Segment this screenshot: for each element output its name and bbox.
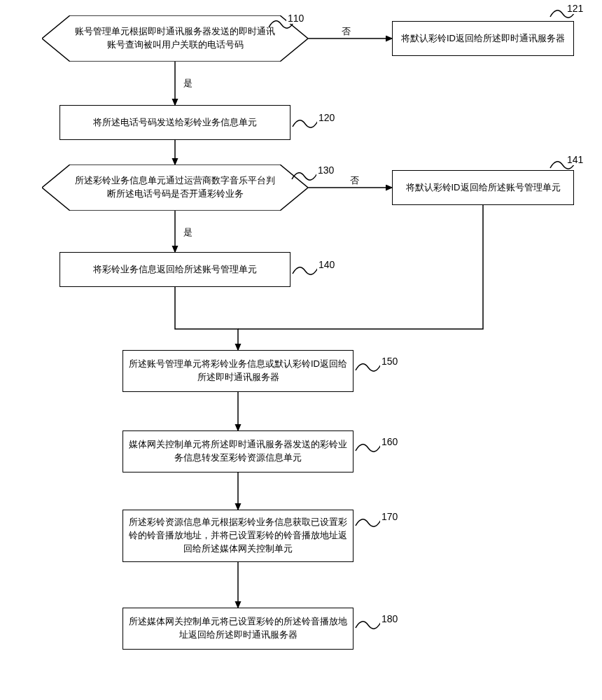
decision-130-text: 所述彩铃业务信息单元通过运营商数字音乐平台判断所述电话号码是否开通彩铃业务	[42, 164, 308, 211]
process-141-text: 将默认彩铃ID返回给所述账号管理单元	[406, 181, 561, 195]
tilde-140	[292, 264, 318, 278]
process-160-text: 媒体网关控制单元将所述即时通讯服务器发送的彩铃业务信息转发至彩铃资源信息单元	[129, 438, 347, 465]
step-label-110: 110	[286, 13, 305, 24]
edge-110-yes: 是	[183, 77, 192, 90]
process-170-text: 所述彩铃资源信息单元根据彩铃业务信息获取已设置彩铃的铃音播放地址，并将已设置彩铃…	[129, 516, 347, 556]
flowchart-canvas: 账号管理单元根据即时通讯服务器发送的即时通讯账号查询被叫用户关联的电话号码 11…	[0, 0, 602, 700]
step-label-130: 130	[316, 164, 335, 176]
process-160: 媒体网关控制单元将所述即时通讯服务器发送的彩铃业务信息转发至彩铃资源信息单元	[122, 430, 354, 472]
tilde-120	[292, 117, 318, 131]
process-140: 将彩铃业务信息返回给所述账号管理单元	[59, 252, 290, 287]
step-label-141: 141	[566, 154, 584, 165]
step-label-160: 160	[380, 436, 399, 447]
process-170: 所述彩铃资源信息单元根据彩铃业务信息获取已设置彩铃的铃音播放地址，并将已设置彩铃…	[122, 510, 354, 562]
step-label-170: 170	[380, 511, 399, 522]
process-180: 所述媒体网关控制单元将已设置彩铃的所述铃音播放地址返回给所述即时通讯服务器	[122, 608, 354, 650]
step-label-120: 120	[317, 112, 336, 123]
tilde-180	[355, 618, 382, 632]
process-150: 所述账号管理单元将彩铃业务信息或默认彩铃ID返回给所述即时通讯服务器	[122, 350, 354, 392]
process-180-text: 所述媒体网关控制单元将已设置彩铃的所述铃音播放地址返回给所述即时通讯服务器	[129, 615, 347, 642]
edge-110-no: 否	[342, 25, 351, 38]
edge-130-no: 否	[350, 174, 359, 187]
tilde-150	[355, 360, 382, 374]
tilde-170	[355, 516, 382, 530]
step-label-121: 121	[566, 3, 584, 14]
decision-130: 所述彩铃业务信息单元通过运营商数字音乐平台判断所述电话号码是否开通彩铃业务	[42, 164, 308, 211]
tilde-160	[355, 441, 382, 455]
process-140-text: 将彩铃业务信息返回给所述账号管理单元	[93, 263, 257, 276]
process-120-text: 将所述电话号码发送给彩铃业务信息单元	[93, 116, 257, 130]
process-121: 将默认彩铃ID返回给所述即时通讯服务器	[392, 21, 574, 56]
tilde-130	[291, 169, 318, 183]
process-121-text: 将默认彩铃ID返回给所述即时通讯服务器	[401, 32, 565, 46]
edge-130-yes: 是	[183, 226, 192, 239]
process-150-text: 所述账号管理单元将彩铃业务信息或默认彩铃ID返回给所述即时通讯服务器	[129, 358, 347, 384]
step-label-140: 140	[317, 259, 336, 270]
process-141: 将默认彩铃ID返回给所述账号管理单元	[392, 170, 574, 205]
step-label-150: 150	[380, 356, 399, 367]
process-120: 将所述电话号码发送给彩铃业务信息单元	[59, 105, 290, 140]
step-label-180: 180	[380, 613, 399, 624]
